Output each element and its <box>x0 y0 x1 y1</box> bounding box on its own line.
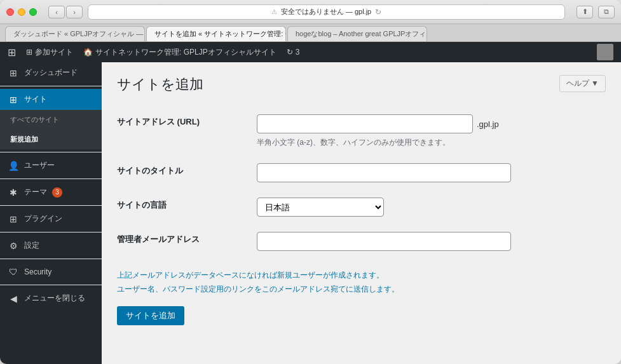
url-wrapper: .gpl.jp <box>257 114 606 133</box>
page-title: サイトを追加 <box>117 75 606 94</box>
url-suffix: .gpl.jp <box>477 119 499 129</box>
tab-1[interactable]: サイトを追加 « サイトネットワーク管理: GPLJPオフィシャル... ✕ <box>146 26 286 41</box>
plugins-icon: ⊞ <box>8 214 19 224</box>
row-site-address: サイトアドレス (URL) .gpl.jp 半角小文字 (a-z)、数字、ハイフ… <box>117 107 606 156</box>
site-title-field-cell <box>257 156 606 190</box>
minimize-button[interactable] <box>18 8 25 16</box>
nav-buttons: ‹ › <box>48 6 83 18</box>
adminbar-avatar <box>597 44 613 60</box>
window-controls-right: ⬆ ⧉ <box>577 6 615 18</box>
main-layout: ⊞ ダッシュボード ⊞ サイト すべてのサイト 新規追加 👤 ユーザー ✱ <box>0 62 621 364</box>
themes-icon: ✱ <box>8 187 19 198</box>
admin-email-label: 管理者メールアドレス <box>117 224 257 259</box>
address-bar[interactable]: ⚠ 安全ではありません — gpl.jp ↻ <box>88 4 565 20</box>
info-line-2: ユーザー名、パスワード設定用のリンクをこのメールアドレス宛てに送信します。 <box>117 283 606 297</box>
site-language-select-wrap: 日本語 <box>257 198 384 217</box>
sidebar-item-all-sites[interactable]: すべてのサイト <box>0 110 102 130</box>
site-title-label: サイトのタイトル <box>117 156 257 190</box>
close-button[interactable] <box>6 8 14 16</box>
help-button[interactable]: ヘルプ ▼ <box>559 75 606 92</box>
sidebar-item-close-menu[interactable]: ◀ メニューを閉じる <box>0 288 102 309</box>
info-text: 上記メールアドレスがデータベースになければ新規ユーザーが作成されます。 ユーザー… <box>117 269 606 296</box>
content-inner: ヘルプ ▼ サイトを追加 サイトアドレス (URL) .gpl.jp <box>102 62 621 338</box>
sidebar-item-sites[interactable]: ⊞ サイト <box>0 89 102 110</box>
site-address-field-cell: .gpl.jp 半角小文字 (a-z)、数字、ハイフンのみが使用できます。 <box>257 107 606 156</box>
site-language-label: サイトの言語 <box>117 190 257 224</box>
settings-icon: ⚙ <box>8 241 19 251</box>
sidebar-divider-6 <box>0 259 102 259</box>
adminbar-wp-icon[interactable]: ⊞ <box>8 46 16 58</box>
submit-button[interactable]: サイトを追加 <box>117 306 184 325</box>
sidebar-divider-4 <box>0 205 102 206</box>
lock-icon: ⚠ <box>271 8 277 15</box>
close-menu-icon: ◀ <box>8 293 19 304</box>
adminbar-home[interactable]: 🏠 サイトネットワーク管理: GPLJPオフィシャルサイト <box>83 47 276 58</box>
admin-email-field-cell <box>257 224 606 259</box>
reload-icon[interactable]: ↻ <box>375 8 381 17</box>
site-address-desc: 半角小文字 (a-z)、数字、ハイフンのみが使用できます。 <box>257 137 606 148</box>
sidebar-divider-3 <box>0 179 102 179</box>
sidebar: ⊞ ダッシュボード ⊞ サイト すべてのサイト 新規追加 👤 ユーザー ✱ <box>0 62 102 364</box>
sidebar-divider-2 <box>0 152 102 152</box>
sidebar-divider-5 <box>0 232 102 233</box>
adminbar-sites[interactable]: ⊞ 参加サイト <box>26 47 73 58</box>
adminbar-updates[interactable]: ↻ 3 <box>287 48 300 57</box>
sidebar-divider-7 <box>0 285 102 285</box>
home-icon: 🏠 <box>83 48 93 57</box>
tabbar: ダッシュボード « GPLJPオフィシャル — ClassicPress ✕ サ… <box>0 24 621 42</box>
sidebar-item-new-site[interactable]: 新規追加 <box>0 130 102 149</box>
titlebar: ‹ › ⚠ 安全ではありません — gpl.jp ↻ ⬆ ⧉ <box>0 0 621 24</box>
info-line-1: 上記メールアドレスがデータベースになければ新規ユーザーが作成されます。 <box>117 269 606 283</box>
share-button[interactable]: ⬆ <box>577 6 593 18</box>
tab-2[interactable]: hogeなblog – Another great GPLJPオフィシャルサイト… <box>287 26 427 41</box>
site-address-input[interactable] <box>257 114 473 133</box>
update-icon: ↻ <box>287 48 293 57</box>
users-icon: 👤 <box>8 161 19 171</box>
site-title-input[interactable] <box>257 163 511 182</box>
site-language-select[interactable]: 日本語 <box>257 198 384 217</box>
sidebar-item-plugins[interactable]: ⊞ プラグイン <box>0 208 102 229</box>
maximize-button[interactable] <box>29 8 37 16</box>
wp-adminbar: ⊞ ⊞ 参加サイト 🏠 サイトネットワーク管理: GPLJPオフィシャルサイト … <box>0 42 621 62</box>
content-area: ヘルプ ▼ サイトを追加 サイトアドレス (URL) .gpl.jp <box>102 62 621 364</box>
sidebar-item-settings[interactable]: ⚙ 設定 <box>0 235 102 256</box>
sites-icon: ⊞ <box>8 95 19 105</box>
sidebar-item-dashboard[interactable]: ⊞ ダッシュボード <box>0 62 102 83</box>
themes-badge: 3 <box>52 187 62 198</box>
row-site-language: サイトの言語 日本語 <box>117 190 606 224</box>
tab-0[interactable]: ダッシュボード « GPLJPオフィシャル — ClassicPress ✕ <box>5 26 145 41</box>
address-text: 安全ではありません — gpl.jp <box>281 7 371 17</box>
dashboard-icon: ⊞ <box>8 68 19 78</box>
adminbar-right <box>597 44 613 60</box>
back-button[interactable]: ‹ <box>48 6 65 18</box>
sidebar-item-users[interactable]: 👤 ユーザー <box>0 155 102 176</box>
row-admin-email: 管理者メールアドレス <box>117 224 606 259</box>
traffic-lights <box>6 8 37 16</box>
new-tab-button[interactable]: ⧉ <box>598 6 615 18</box>
sidebar-divider-1 <box>0 86 102 86</box>
form-table: サイトアドレス (URL) .gpl.jp 半角小文字 (a-z)、数字、ハイフ… <box>117 107 606 259</box>
submit-section: サイトを追加 <box>117 306 606 325</box>
security-icon: 🛡 <box>8 267 19 277</box>
sidebar-item-themes[interactable]: ✱ テーマ 3 <box>0 182 102 203</box>
wp-icon: ⊞ <box>8 46 16 58</box>
forward-button[interactable]: › <box>66 6 83 18</box>
sites-icon: ⊞ <box>26 48 32 57</box>
sidebar-item-security[interactable]: 🛡 Security <box>0 262 102 282</box>
site-language-field-cell: 日本語 <box>257 190 606 224</box>
admin-email-input[interactable] <box>257 232 511 251</box>
browser-window: ‹ › ⚠ 安全ではありません — gpl.jp ↻ ⬆ ⧉ ダッシュボード «… <box>0 0 621 364</box>
site-address-label: サイトアドレス (URL) <box>117 107 257 156</box>
row-site-title: サイトのタイトル <box>117 156 606 190</box>
